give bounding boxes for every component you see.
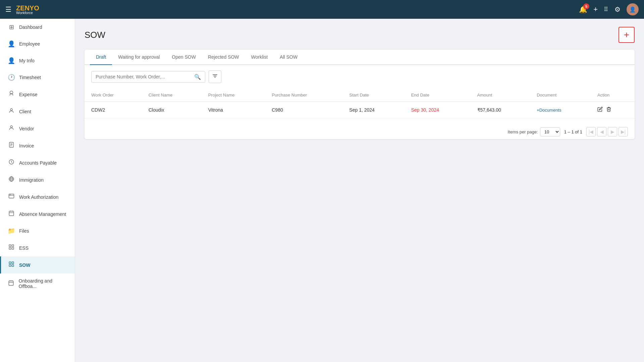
immigration-icon [8,176,15,184]
sidebar-label-vendor: Vendor [19,126,34,131]
add-icon[interactable]: + [593,5,598,14]
sidebar-label-work-authorization: Work Authorization [19,194,58,200]
accounts-payable-icon [8,159,15,167]
filter-button[interactable] [209,70,221,83]
table-header-row: Work Order Client Name Project Name Purc… [85,88,635,102]
sidebar-label-employee: Employee [19,41,40,47]
client-icon [8,108,15,115]
logo: ZENYO Workforce [16,4,39,15]
search-input[interactable] [96,74,192,79]
tab-rejected-sow[interactable]: Rejected SOW [202,50,245,65]
documents-link[interactable]: +Documents [537,108,561,113]
sow-card: Draft Waiting for approval Open SOW Reje… [85,50,635,139]
sidebar-item-sow[interactable]: SOW [0,256,75,274]
col-end-date: End Date [405,88,471,102]
sidebar-item-timesheet[interactable]: 🕐 Timesheet [0,69,75,86]
add-sow-button[interactable]: + [619,27,635,43]
sidebar-item-accounts-payable[interactable]: Accounts Payable [0,154,75,171]
sidebar-item-vendor[interactable]: Vendor [0,120,75,137]
svg-point-1 [10,109,12,111]
items-per-page-label: Items per page: [507,129,538,134]
cell-action [591,102,635,118]
sidebar: ⊞ Dashboard 👤 Employee 👤 My Info 🕐 Times… [0,19,75,362]
invoice-icon [8,142,15,149]
sidebar-label-myinfo: My Info [19,58,35,63]
tab-open-sow[interactable]: Open SOW [166,50,202,65]
hamburger-menu[interactable]: ☰ [5,5,11,13]
ess-icon [8,244,15,252]
cell-document[interactable]: +Documents [530,102,591,118]
sidebar-scroll: ⊞ Dashboard 👤 Employee 👤 My Info 🕐 Times… [0,19,75,362]
avatar[interactable]: 👤 [627,3,639,15]
notification-bell[interactable]: 🔔 5 [579,5,587,13]
sidebar-item-invoice[interactable]: Invoice [0,137,75,154]
edit-icon[interactable] [597,107,603,113]
delete-icon[interactable] [606,107,611,113]
cell-amount: ₹57,643.00 [471,102,530,118]
settings-icon[interactable]: ⚙ [614,5,621,13]
first-page-button[interactable]: |◀ [586,127,596,136]
cell-end-date: Sep 30, 2024 [405,102,471,118]
tab-draft[interactable]: Draft [90,50,112,65]
col-work-order: Work Order [85,88,142,102]
svg-rect-23 [12,265,14,266]
cell-project-name: Vitrona [202,102,265,118]
main-content: SOW + Draft Waiting for approval Open SO… [75,19,644,362]
sidebar-label-ess: ESS [19,245,29,251]
filter-icon [212,73,218,81]
page-header: SOW + [85,27,635,43]
layout: ⊞ Dashboard 👤 Employee 👤 My Info 🕐 Times… [0,19,644,362]
sidebar-item-expense[interactable]: Expense [0,86,75,103]
items-per-page-select[interactable]: 10 25 50 100 [540,127,560,136]
svg-rect-24 [9,281,14,286]
sidebar-label-absence-management: Absence Management [19,212,66,217]
header-right: 🔔 5 + ⠿ ⚙ 👤 [579,3,639,15]
sidebar-label-sow: SOW [19,262,30,268]
sidebar-label-files: Files [19,228,29,234]
sidebar-item-employee[interactable]: 👤 Employee [0,36,75,52]
sidebar-item-absence-management[interactable]: Absence Management [0,205,75,223]
notification-count: 5 [583,3,589,9]
absence-management-icon [8,210,15,218]
pagination-nav-buttons: |◀ ◀ ▶ ▶| [586,127,628,136]
grid-icon[interactable]: ⠿ [604,6,608,13]
sidebar-item-ess[interactable]: ESS [0,239,75,256]
tab-all-sow[interactable]: All SOW [274,50,304,65]
col-client-name: Client Name [142,88,202,102]
cell-work-order: CDW2 [85,102,142,118]
sidebar-item-files[interactable]: 📁 Files [0,223,75,239]
cell-purchase-number: C980 [265,102,342,118]
prev-page-button[interactable]: ◀ [597,127,606,136]
onboarding-icon [8,280,15,288]
sidebar-label-onboarding: Onboarding and Offboa... [19,278,68,289]
last-page-button[interactable]: ▶| [619,127,628,136]
table-row: CDW2 Cloudix Vitrona C980 Sep 1, 2024 Se… [85,102,635,118]
next-page-button[interactable]: ▶ [608,127,617,136]
sidebar-item-immigration[interactable]: Immigration [0,171,75,188]
svg-rect-17 [12,245,14,246]
sidebar-label-invoice: Invoice [19,143,34,148]
sidebar-item-client[interactable]: Client [0,103,75,120]
svg-rect-19 [12,248,14,249]
svg-rect-12 [9,211,14,216]
vendor-icon [8,125,15,132]
items-per-page: Items per page: 10 25 50 100 [507,127,560,136]
svg-rect-21 [12,262,14,263]
sidebar-item-dashboard[interactable]: ⊞ Dashboard [0,19,75,36]
page-title: SOW [85,30,105,40]
sidebar-item-work-authorization[interactable]: Work Authorization [0,188,75,205]
pagination-row: Items per page: 10 25 50 100 1 – 1 of 1 … [85,124,635,139]
tab-waiting-for-approval[interactable]: Waiting for approval [112,50,166,65]
col-document: Document [530,88,591,102]
myinfo-icon: 👤 [8,57,15,64]
col-amount: Amount [471,88,530,102]
sidebar-item-myinfo[interactable]: 👤 My Info [0,52,75,69]
sow-icon [8,261,15,269]
sidebar-label-immigration: Immigration [19,177,44,183]
sidebar-label-expense: Expense [19,92,37,97]
search-area: 🔍 [85,65,635,88]
tab-worklist[interactable]: Worklist [245,50,274,65]
search-input-wrap: 🔍 [91,71,205,83]
action-icons [597,107,628,113]
sidebar-item-onboarding[interactable]: Onboarding and Offboa... [0,274,75,294]
